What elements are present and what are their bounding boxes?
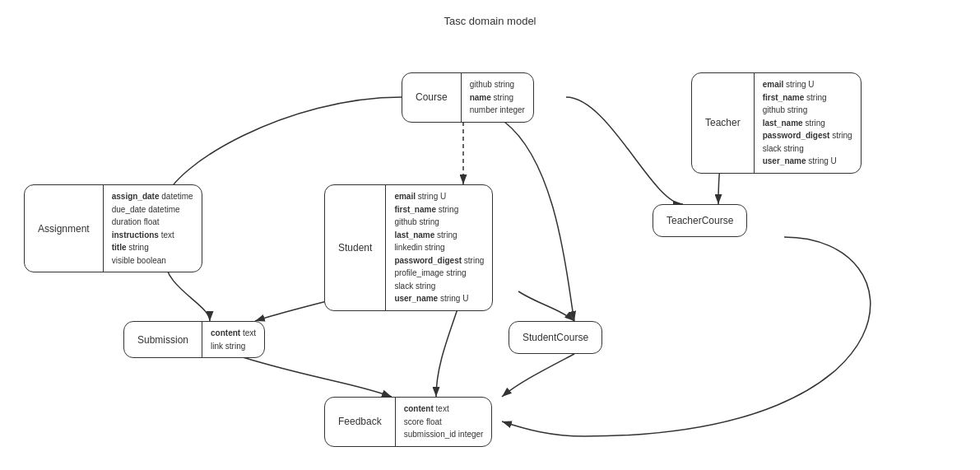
entity-label-submission: Submission — [124, 328, 202, 352]
attr-name: assign_date — [112, 192, 162, 201]
attr-row: instructions text — [112, 229, 193, 242]
entity-label-studentcourse: StudentCourse — [509, 325, 601, 350]
attr-row: last_name string — [763, 117, 852, 130]
attr-type: text — [161, 230, 174, 240]
attr-row: slack string — [763, 142, 852, 156]
attr-name: score — [404, 417, 426, 426]
entity-label-assignment: Assignment — [25, 216, 103, 241]
entity-attrs-submission: content textlink string — [202, 322, 264, 357]
attr-row: title string — [112, 241, 193, 254]
attr-type: integer — [499, 105, 525, 114]
attr-row: content text — [404, 403, 484, 416]
attr-row: email string U — [394, 190, 484, 203]
attr-row: github string — [394, 216, 484, 229]
attr-name: first_name — [763, 93, 806, 102]
attr-row: visible boolean — [112, 254, 193, 268]
attr-type: string — [446, 268, 466, 277]
entity-attrs-course: github stringname stringnumber integer — [461, 73, 533, 122]
attr-type: string — [787, 105, 807, 114]
attr-name: title — [112, 243, 129, 252]
entity-label-feedback: Feedback — [325, 409, 395, 434]
attr-name: duration — [112, 217, 144, 226]
entity-studentcourse: StudentCourse — [509, 321, 602, 354]
attr-type: string U — [440, 294, 468, 303]
attr-name: name — [470, 93, 494, 102]
attr-name: link — [211, 342, 225, 351]
attr-type: text — [243, 328, 256, 337]
attr-row: link string — [211, 340, 256, 353]
attr-row: password_digest string — [394, 254, 484, 268]
attr-row: profile_image string — [394, 267, 484, 280]
entity-attrs-assignment: assign_date datetimedue_date datetimedur… — [103, 185, 202, 272]
attr-name: slack — [763, 144, 784, 153]
entity-label-course: Course — [402, 85, 461, 109]
entity-attrs-student: email string Ufirst_name stringgithub st… — [385, 185, 492, 310]
attr-row: first_name string — [763, 91, 852, 105]
attr-name: user_name — [394, 294, 440, 303]
attr-type: string — [128, 243, 148, 252]
attr-type: string — [425, 243, 444, 252]
attr-type: datetime — [161, 192, 193, 201]
attr-name: submission_id — [404, 430, 458, 439]
attr-name: slack — [394, 282, 416, 291]
attr-row: number integer — [470, 104, 525, 117]
attr-row: due_date datetime — [112, 203, 193, 216]
attr-type: float — [426, 417, 442, 426]
attr-name: content — [404, 404, 436, 413]
entity-assignment: Assignmentassign_date datetimedue_date d… — [24, 184, 202, 272]
attr-row: email string U — [763, 78, 852, 91]
entity-label-student: Student — [325, 235, 385, 260]
attr-type: string — [805, 119, 824, 128]
attr-type: string U — [786, 80, 814, 89]
attr-row: assign_date datetime — [112, 190, 193, 203]
attr-type: string U — [808, 156, 836, 165]
attr-name: profile_image — [394, 268, 446, 277]
attr-name: password_digest — [394, 256, 463, 265]
attr-type: string — [832, 131, 852, 140]
diagram-title: Tasc domain model — [444, 15, 536, 27]
attr-type: string U — [418, 192, 446, 201]
attr-name: linkedin — [394, 243, 425, 252]
attr-name: github — [470, 80, 495, 89]
attr-name: last_name — [394, 230, 437, 240]
attr-row: last_name string — [394, 229, 484, 242]
diagram-container: Tasc domain model — [0, 0, 980, 470]
attr-name: email — [763, 80, 786, 89]
attr-row: submission_id integer — [404, 428, 484, 441]
attr-row: github string — [470, 78, 525, 91]
attr-type: float — [144, 217, 160, 226]
attr-name: github — [394, 217, 419, 226]
attr-row: name string — [470, 91, 525, 105]
entity-label-teachercourse: TeacherCourse — [653, 208, 746, 233]
attr-name: number — [470, 105, 500, 114]
entity-feedback: Feedbackcontent textscore floatsubmissio… — [324, 397, 492, 447]
attr-type: string — [806, 93, 826, 102]
attr-row: github string — [763, 104, 852, 117]
attr-row: slack string — [394, 280, 484, 293]
attr-row: password_digest string — [763, 129, 852, 142]
attr-type: string — [437, 230, 457, 240]
attr-row: user_name string U — [394, 292, 484, 305]
attr-name: last_name — [763, 119, 806, 128]
attr-name: visible — [112, 256, 137, 265]
attr-name: user_name — [763, 156, 809, 165]
attr-row: first_name string — [394, 203, 484, 216]
attr-row: content text — [211, 327, 256, 340]
entity-label-teacher: Teacher — [692, 110, 754, 135]
entity-submission: Submissioncontent textlink string — [123, 321, 265, 358]
attr-name: due_date — [112, 205, 149, 214]
attr-type: boolean — [137, 256, 166, 265]
attr-row: user_name string U — [763, 155, 852, 168]
entity-teachercourse: TeacherCourse — [653, 204, 747, 237]
attr-type: string — [439, 205, 458, 214]
entity-student: Studentemail string Ufirst_name stringgi… — [324, 184, 493, 311]
attr-name: instructions — [112, 230, 161, 240]
attr-type: string — [416, 282, 435, 291]
attr-name: email — [394, 192, 417, 201]
attr-type: string — [419, 217, 439, 226]
attr-name: password_digest — [763, 131, 832, 140]
attr-type: string — [464, 256, 484, 265]
attr-type: string — [783, 144, 803, 153]
attr-name: first_name — [394, 205, 438, 214]
entity-attrs-feedback: content textscore floatsubmission_id int… — [395, 398, 492, 446]
